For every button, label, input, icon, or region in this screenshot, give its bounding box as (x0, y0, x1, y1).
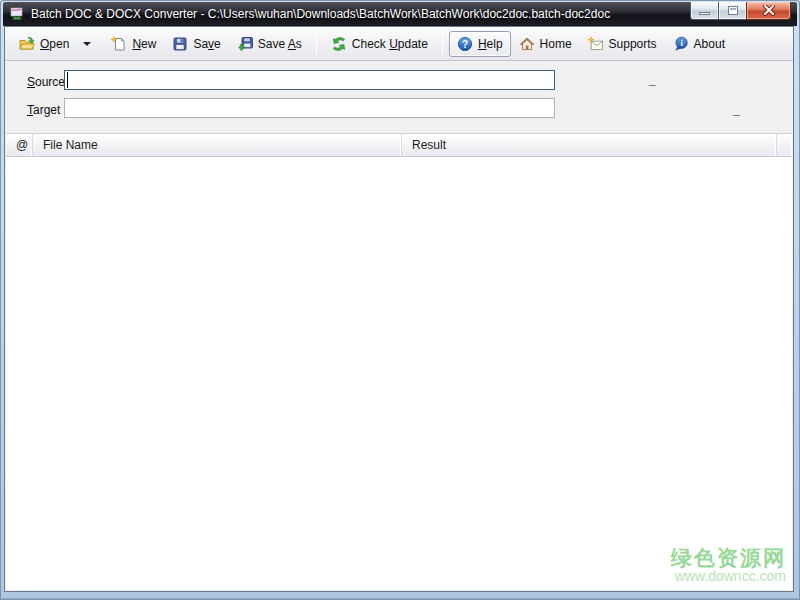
svg-text:?: ? (462, 38, 468, 49)
check-update-icon (331, 36, 347, 52)
file-list-area: 绿色资源网 www.downcc.com (6, 157, 792, 590)
save-button[interactable]: Save (164, 31, 228, 57)
watermark-site-url: www.downcc.com (671, 569, 786, 584)
minimize-button[interactable] (690, 2, 719, 20)
about-label: About (694, 37, 725, 51)
column-header-at[interactable]: @ (6, 134, 33, 156)
save-as-label: Save As (258, 37, 302, 51)
open-folder-icon (19, 36, 35, 52)
help-button[interactable]: ? Help (449, 31, 511, 57)
file-table: @ File Name Result 绿色资源网 www.downcc.com (6, 133, 792, 590)
maximize-button[interactable] (718, 2, 747, 20)
titlebar: Batch DOC & DOCX Converter - C:\Users\wu… (3, 2, 797, 26)
target-dash-mark: _ (733, 103, 740, 117)
table-header: @ File Name Result (6, 134, 792, 157)
save-icon (172, 36, 188, 52)
column-header-filler (777, 134, 792, 156)
text-caret (67, 72, 68, 88)
window-controls (690, 2, 791, 20)
maximize-icon (728, 6, 738, 15)
help-icon: ? (457, 36, 473, 52)
new-document-icon (111, 36, 127, 52)
about-button[interactable]: i About (665, 31, 733, 57)
source-dash-mark: _ (649, 73, 656, 87)
check-update-button[interactable]: Check Update (323, 31, 436, 57)
supports-icon (588, 36, 604, 52)
window-title: Batch DOC & DOCX Converter - C:\Users\wu… (31, 7, 610, 21)
save-label: Save (193, 37, 220, 51)
close-button[interactable] (746, 2, 791, 20)
watermark-site-name: 绿色资源网 (671, 546, 786, 569)
supports-label: Supports (609, 37, 657, 51)
path-form: Source Target _ _ (5, 61, 793, 133)
toolbar: Open New Save (5, 27, 793, 61)
source-label: Source (27, 75, 65, 89)
watermark: 绿色资源网 www.downcc.com (671, 546, 786, 584)
source-input[interactable] (64, 70, 555, 90)
open-dropdown-icon[interactable] (83, 42, 91, 46)
about-icon: i (673, 36, 689, 52)
client-area: Open New Save (4, 26, 794, 592)
target-input[interactable] (64, 98, 555, 118)
new-button[interactable]: New (103, 31, 164, 57)
home-label: Home (540, 37, 572, 51)
home-icon (519, 36, 535, 52)
app-icon (9, 6, 25, 22)
new-label: New (132, 37, 156, 51)
minimize-icon (699, 12, 710, 15)
close-icon (763, 5, 775, 16)
home-button[interactable]: Home (511, 31, 580, 57)
column-header-result[interactable]: Result (402, 134, 777, 156)
app-window: Batch DOC & DOCX Converter - C:\Users\wu… (0, 0, 800, 600)
open-button[interactable]: Open (11, 31, 103, 57)
help-label: Help (478, 37, 503, 51)
toolbar-separator (442, 32, 443, 56)
save-as-button[interactable]: Save As (229, 31, 310, 57)
supports-button[interactable]: Supports (580, 31, 665, 57)
save-as-icon (237, 36, 253, 52)
toolbar-separator (316, 32, 317, 56)
target-label: Target (27, 103, 60, 117)
column-header-filename[interactable]: File Name (33, 134, 402, 156)
check-update-label: Check Update (352, 37, 428, 51)
open-label: Open (40, 37, 69, 51)
